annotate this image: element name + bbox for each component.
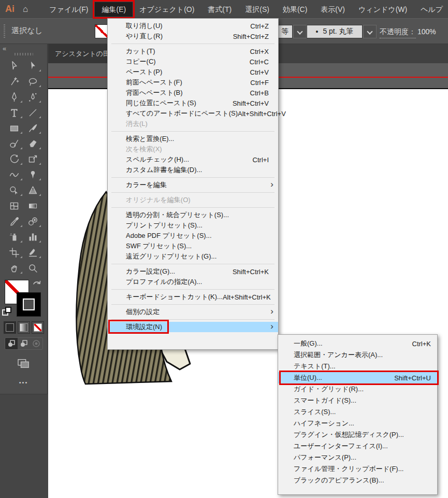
menu-item-spell-check[interactable]: スペルチェック(H)... Ctrl+I <box>108 154 278 165</box>
perspective-grid-tool[interactable] <box>24 184 42 196</box>
menubar-item-edit[interactable]: 編集(E) <box>95 2 133 17</box>
menu-item-clear[interactable]: 消去(L) <box>108 119 278 129</box>
color-fill-button[interactable] <box>4 321 16 334</box>
submenu-item-guides-grid[interactable]: ガイド・グリッド(R)... <box>278 383 437 395</box>
menubar-item-select[interactable]: 選択(S) <box>238 2 276 17</box>
eyedropper-tool[interactable] <box>5 216 24 227</box>
submenu-item-file-handling-clipboard[interactable]: ファイル管理・クリップボード(F)... <box>278 463 437 475</box>
column-graph-tool[interactable] <box>24 231 42 243</box>
shape-builder-tool[interactable] <box>5 184 24 196</box>
magic-wand-tool[interactable] <box>5 76 24 87</box>
draw-inside-button[interactable] <box>30 338 42 349</box>
menu-item-perspective-grid-presets[interactable]: 遠近グリッドプリセット(G)... <box>108 251 278 262</box>
slice-tool[interactable] <box>24 247 42 258</box>
menu-item-cut[interactable]: カット(T) Ctrl+X <box>108 46 278 56</box>
rotate-tool[interactable] <box>5 153 24 165</box>
edit-toolbar-button[interactable]: ••• <box>0 379 47 386</box>
mesh-tool[interactable] <box>5 200 24 211</box>
menu-item-paste[interactable]: ペースト(P) Ctrl+V <box>108 67 278 77</box>
blend-tool[interactable] <box>24 216 42 227</box>
stroke-profile-dropdown-button[interactable] <box>293 25 307 38</box>
selection-tool[interactable] <box>5 60 24 72</box>
free-transform-tool[interactable] <box>24 153 42 165</box>
menu-item-keyboard-shortcuts[interactable]: キーボードショートカット(K)... Alt+Shift+Ctrl+K <box>108 292 278 302</box>
menu-item-swf-presets[interactable]: SWF プリセット(S)... <box>108 241 278 251</box>
menu-item-adobe-pdf-presets[interactable]: Adobe PDF プリセット(S)... <box>108 231 278 241</box>
type-tool[interactable] <box>5 107 24 118</box>
menu-item-copy[interactable]: コピー(C) Ctrl+C <box>108 56 278 67</box>
hand-tool[interactable] <box>5 262 24 274</box>
menu-item-assign-profile[interactable]: プロファイルの指定(A)... <box>108 277 278 287</box>
swap-fill-stroke-icon[interactable] <box>32 279 42 289</box>
stroke-swatch[interactable] <box>17 292 41 317</box>
submenu-item-text[interactable]: テキスト(T)... <box>278 361 437 372</box>
menubar-item-effect[interactable]: 効果(C) <box>276 2 314 17</box>
submenu-item-units[interactable]: 単位(U)... Shift+Ctrl+U <box>278 372 437 383</box>
default-fill-stroke-icon[interactable] <box>2 307 12 317</box>
menubar-item-label: ファイル(F) <box>49 5 88 13</box>
submenu-item-performance[interactable]: パフォーマンス(P)... <box>278 452 437 463</box>
menu-item-undo[interactable]: 取り消し(U) Ctrl+Z <box>108 21 278 31</box>
width-tool[interactable] <box>5 169 24 180</box>
menu-item-paste-in-front[interactable]: 前面へペースト(F) Ctrl+F <box>108 77 278 88</box>
screen-mode-button[interactable] <box>16 357 32 370</box>
paintbrush-tool[interactable] <box>24 122 42 134</box>
collapse-panel-icon[interactable]: « <box>3 45 6 52</box>
panel-drag-handle[interactable] <box>15 53 33 55</box>
submenu-item-general[interactable]: 一般(G)... Ctrl+K <box>278 338 437 349</box>
brush-dropdown-button[interactable] <box>363 25 377 38</box>
zoom-tool[interactable] <box>24 262 42 274</box>
artboard-tool[interactable] <box>5 247 24 258</box>
none-fill-button[interactable] <box>32 321 44 334</box>
submenu-item-plugins-scratch-disks[interactable]: プラグイン・仮想記憶ディスク(P)... <box>278 429 437 440</box>
menu-item-paste-on-all-artboards[interactable]: すべてのアートボードにペースト(S) Alt+Shift+Ctrl+V <box>108 108 278 119</box>
menu-item-edit-original[interactable]: オリジナルを編集(O) <box>108 195 278 205</box>
home-icon[interactable]: ⌂ <box>23 4 28 15</box>
shaper-tool[interactable] <box>5 138 24 149</box>
menu-item-edit-colors[interactable]: カラーを編集 <box>108 180 278 190</box>
line-segment-tool[interactable] <box>24 107 42 118</box>
menubar-item-help[interactable]: ヘルプ <box>414 2 448 17</box>
menu-item-paste-in-place[interactable]: 同じ位置にペースト(S) Shift+Ctrl+V <box>108 98 278 108</box>
lasso-tool[interactable] <box>24 76 42 87</box>
menu-item-label: 透明の分割・統合プリセット(S)... <box>126 210 229 220</box>
submenu-item-slices[interactable]: スライス(S)... <box>278 406 437 418</box>
menubar-item-file[interactable]: ファイル(F) <box>42 2 95 17</box>
submenu-item-selection-anchor-display[interactable]: 選択範囲・アンカー表示(A)... <box>278 349 437 361</box>
menu-item-shortcut: Ctrl+F <box>250 79 269 87</box>
menubar-item-view[interactable]: 表示(V) <box>314 2 352 17</box>
draw-normal-button[interactable] <box>5 338 18 349</box>
panel-grip-icon[interactable] <box>4 24 5 39</box>
menu-item-redo[interactable]: やり直し(R) Shift+Ctrl+Z <box>108 31 278 41</box>
brush-definition-select[interactable]: • 5 pt. 丸筆 <box>307 25 363 38</box>
menu-item-find-next[interactable]: 次を検索(X) <box>108 144 278 154</box>
menu-item-my-settings[interactable]: 個別の設定 <box>108 307 278 317</box>
menu-item-transparency-flattener-presets[interactable]: 透明の分割・統合プリセット(S)... <box>108 210 278 220</box>
menu-item-paste-in-back[interactable]: 背面へペースト(B) Ctrl+B <box>108 88 278 98</box>
opacity-value[interactable]: 100% <box>417 27 436 36</box>
opacity-label[interactable]: 不透明度： <box>380 27 416 38</box>
gradient-fill-button[interactable] <box>18 321 30 334</box>
submenu-item-user-interface[interactable]: ユーザーインターフェイス(I)... <box>278 440 437 452</box>
submenu-item-black-appearance[interactable]: ブラックのアピアランス(B)... <box>278 475 437 486</box>
menubar-item-type[interactable]: 書式(T) <box>201 2 238 17</box>
menubar-item-window[interactable]: ウィンドウ(W) <box>352 2 414 17</box>
menu-item-print-presets[interactable]: プリントプリセット(S)... <box>108 220 278 231</box>
menu-item-find-and-replace[interactable]: 検索と置換(E)... <box>108 134 278 144</box>
menu-item-preferences[interactable]: 環境設定(N) <box>108 322 278 332</box>
direct-selection-tool[interactable] <box>24 60 42 72</box>
symbol-sprayer-tool[interactable] <box>5 231 24 243</box>
draw-behind-button[interactable] <box>18 338 30 349</box>
fill-none-swatch[interactable] <box>95 24 109 38</box>
menu-item-edit-custom-dictionary[interactable]: カスタム辞書を編集(D)... <box>108 165 278 175</box>
submenu-item-smart-guides[interactable]: スマートガイド(S)... <box>278 395 437 406</box>
gradient-tool[interactable] <box>24 200 42 211</box>
menubar-item-object[interactable]: オブジェクト(O) <box>133 2 201 17</box>
pen-tool[interactable] <box>5 91 24 103</box>
eraser-tool[interactable] <box>24 138 42 149</box>
curvature-tool[interactable] <box>24 91 42 103</box>
puppet-warp-tool[interactable] <box>24 169 42 180</box>
rectangle-tool[interactable] <box>5 122 24 134</box>
menu-item-color-settings[interactable]: カラー設定(G)... Shift+Ctrl+K <box>108 266 278 277</box>
submenu-item-hyphenation[interactable]: ハイフネーション... <box>278 418 437 429</box>
